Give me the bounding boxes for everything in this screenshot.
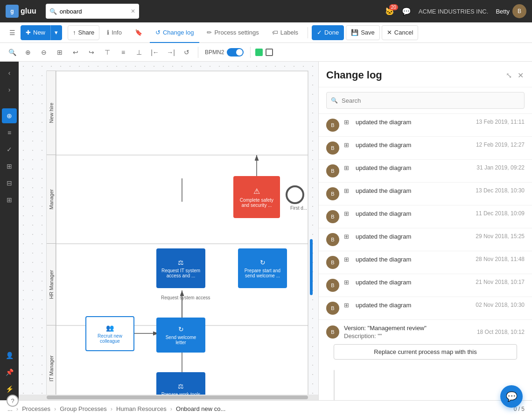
sidebar-forward-icon[interactable]: › (2, 82, 17, 97)
breadcrumb-hr[interactable]: Human Resources (116, 405, 167, 412)
left-sidebar: ‹ › ⊕ ≡ ✓ ⊞ ⊟ ⊞ 👤 📌 ⚡ (0, 62, 19, 400)
done-button[interactable]: ✓ Done (312, 25, 344, 40)
messages-icon[interactable]: 💬 (402, 7, 411, 16)
color-picker[interactable] (255, 49, 263, 56)
node-prepare-start[interactable]: ↻ Prepare start and send welcome ... (238, 248, 287, 288)
panel-header-icons: ⤡ ✕ (505, 70, 525, 81)
refresh-btn[interactable]: ↺ (180, 46, 193, 59)
node-recruit[interactable]: 👥 Recruit new colleague (85, 316, 134, 351)
sidebar-check-icon[interactable]: ✓ (2, 142, 17, 157)
node-request-it[interactable]: ⚖ Request IT system access and ... (156, 248, 205, 288)
notification-badge: 20 (389, 4, 398, 10)
ci-time: 11 Dec 2018, 10:09 (476, 210, 525, 217)
replace-btn[interactable]: Replace current process map with this (334, 344, 517, 360)
global-search[interactable]: 🔍 ✕ (46, 4, 139, 19)
changelog-item[interactable]: B ⊞ updated the diagram 28 Nov 2018, 11:… (319, 251, 532, 274)
version-time: 18 Oct 2018, 10:12 (477, 329, 525, 335)
node-complete-safety[interactable]: ⚠ Complete safety and security ... (233, 176, 280, 218)
redo-btn[interactable]: ↪ (85, 46, 98, 59)
tab-process-settings[interactable]: ✏ Process settings (201, 22, 264, 43)
ci-diagram-icon: ⊞ (344, 119, 349, 126)
fit-btn[interactable]: ⊞ (53, 46, 66, 59)
version-preview: Read note and materials Prepare welcome … (334, 370, 335, 400)
send-icon: ↻ (178, 325, 184, 333)
ci-time: 02 Nov 2018, 10:30 (476, 302, 525, 308)
new-dropdown-button[interactable]: ▾ (50, 25, 62, 40)
tab-labels[interactable]: 🏷 Labels (266, 22, 304, 43)
align-top-btn[interactable]: ⊤ (101, 46, 114, 59)
sidebar-person-icon[interactable]: 👤 (2, 348, 17, 363)
zoom-out-small-btn[interactable]: 🔍 (6, 46, 19, 59)
zoom-in-btn[interactable]: ⊕ (21, 46, 35, 59)
changelog-item[interactable]: B ⊞ updated the diagram 13 Dec 2018, 10:… (319, 183, 532, 205)
sidebar-list-icon[interactable]: ≡ (2, 125, 17, 140)
ci-avatar: B (326, 119, 339, 132)
canvas-scrollbar-thumb[interactable] (47, 396, 308, 399)
sidebar-chart-icon[interactable]: ⊞ (2, 192, 17, 207)
breadcrumb-sep3: › (111, 405, 112, 412)
tab-bookmark[interactable]: 🔖 (129, 22, 148, 43)
align-left-btn[interactable]: |← (148, 46, 161, 59)
tab-info[interactable]: ℹ Info (101, 22, 127, 43)
ci-avatar: B (326, 233, 339, 246)
user-menu[interactable]: Betty B (496, 4, 526, 18)
search-input[interactable] (60, 8, 128, 15)
align-middle-btn[interactable]: ≡ (117, 46, 130, 59)
lane-label-manager: Manager (47, 155, 56, 244)
tab-changelog[interactable]: ↺ Change log (150, 22, 200, 43)
toolbar-divider (308, 27, 308, 38)
sidebar-back-icon[interactable]: ‹ (2, 65, 17, 80)
cancel-button[interactable]: ✕ Cancel (382, 25, 418, 40)
new-button[interactable]: ✚ New (21, 25, 50, 40)
notifications-icon[interactable]: 🐱 20 (385, 7, 394, 16)
sidebar-grid-icon[interactable]: ⊟ (2, 176, 17, 191)
changelog-item[interactable]: B ⊞ updated the diagram 29 Nov 2018, 15:… (319, 228, 532, 251)
sidebar-connector-icon[interactable]: ⚡ (2, 382, 17, 396)
version-label: Version: "Management review" (344, 325, 472, 332)
changelog-item[interactable]: B ⊞ updated the diagram 12 Feb 2019, 12:… (319, 137, 532, 160)
bookmark-icon: 🔖 (135, 29, 142, 36)
changelog-item[interactable]: B ⊞ updated the diagram 11 Dec 2018, 10:… (319, 205, 532, 228)
changelog-version-item[interactable]: B Version: "Management review" Descripti… (319, 320, 532, 400)
chat-button[interactable]: 💬 (500, 385, 523, 408)
search-icon: 🔍 (49, 8, 57, 15)
breadcrumb-group[interactable]: Group Processes (60, 405, 106, 412)
ci-avatar: B (326, 141, 339, 155)
ci-diagram-icon: ⊞ (344, 256, 349, 263)
close-panel-icon[interactable]: ✕ (517, 70, 525, 81)
sidebar-layers-icon[interactable]: ⊞ (2, 159, 17, 174)
changelog-item[interactable]: B ⊞ updated the diagram 13 Feb 2019, 11:… (319, 114, 532, 137)
sidebar-process-icon[interactable]: ⊕ (2, 108, 17, 123)
lane-label-new-hire: New hire (47, 71, 56, 155)
changelog-item[interactable]: B ⊞ updated the diagram 02 Nov 2018, 10:… (319, 297, 532, 320)
bpmn-toggle-switch[interactable] (227, 48, 244, 57)
breadcrumb-sep4: › (170, 405, 172, 412)
canvas-scrollbar[interactable] (19, 395, 318, 400)
zoom-out-btn[interactable]: ⊖ (37, 46, 50, 59)
node-send-welcome[interactable]: ↻ Send welcome letter (156, 318, 205, 353)
ci-main: B Version: "Management review" Descripti… (326, 325, 525, 339)
undo-btn[interactable]: ↩ (69, 46, 82, 59)
breadcrumb-processes[interactable]: Processes (22, 405, 50, 412)
breadcrumb-sep2: › (54, 405, 56, 412)
search-wrapper (326, 92, 525, 109)
expand-panel-icon[interactable]: ⤡ (505, 70, 513, 81)
sidebar-pin-icon[interactable]: 📌 (2, 365, 17, 380)
save-button[interactable]: 💾 Save (346, 25, 380, 40)
align-right-btn[interactable]: →| (164, 46, 177, 59)
changelog-item[interactable]: B ⊞ updated the diagram 31 Jan 2019, 09:… (319, 160, 532, 183)
end-event[interactable] (286, 185, 304, 204)
align-bottom-btn[interactable]: ⊥ (133, 46, 146, 59)
expand-icon[interactable] (266, 49, 273, 56)
help-button[interactable]: ? (7, 395, 19, 407)
app-logo[interactable]: g gluu (6, 5, 36, 18)
share-button[interactable]: ↑ Share (68, 25, 99, 40)
new-label: New (33, 29, 45, 36)
menu-icon[interactable]: ☰ (6, 25, 19, 40)
nav-right: 🐱 20 💬 ACME INDUSTRIES INC. Betty B (385, 4, 526, 18)
changelog-item[interactable]: B ⊞ updated the diagram 21 Nov 2018, 10:… (319, 274, 532, 297)
changelog-search-input[interactable] (326, 92, 525, 109)
ci-action: updated the diagram (356, 119, 471, 126)
search-clear-icon[interactable]: ✕ (131, 8, 135, 14)
label-icon: 🏷 (272, 29, 278, 36)
